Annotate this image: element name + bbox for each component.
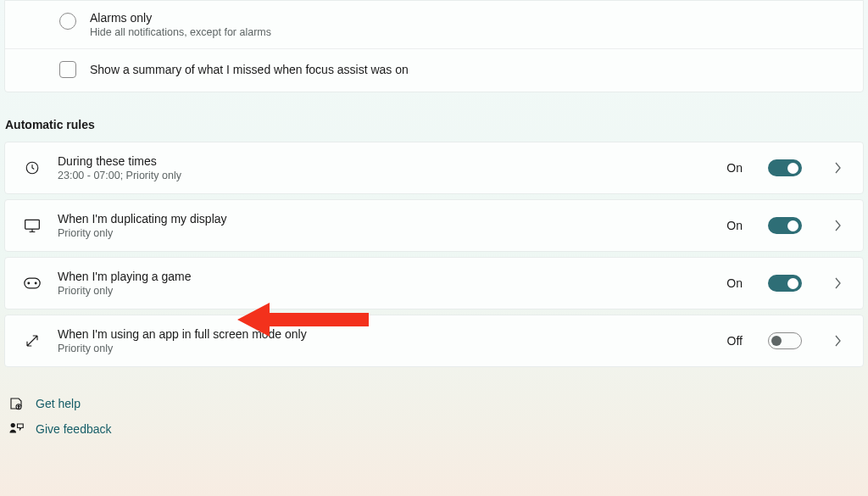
svg-rect-2 — [25, 278, 40, 288]
rule-fullscreen-title: When I'm using an app in full screen mod… — [58, 327, 710, 341]
chevron-right-icon — [832, 220, 844, 231]
rule-during-times[interactable]: During these times 23:00 - 07:00; Priori… — [4, 142, 864, 194]
give-feedback-link[interactable]: Give feedback — [8, 416, 860, 442]
alarms-only-sub: Hide all notifications, except for alarm… — [90, 26, 271, 38]
chevron-right-icon — [832, 162, 844, 174]
rule-times-title: During these times — [58, 154, 709, 168]
chevron-right-icon — [832, 335, 844, 347]
rule-fullscreen-sub: Priority only — [58, 343, 710, 354]
chevron-right-icon — [832, 277, 844, 289]
help-icon: ? — [8, 396, 24, 411]
feedback-icon — [8, 421, 24, 437]
rule-times-sub: 23:00 - 07:00; Priority only — [58, 170, 709, 181]
rule-duplicating-toggle[interactable] — [768, 217, 802, 234]
rule-playing-game[interactable]: When I'm playing a game Priority only On — [4, 257, 864, 309]
svg-point-4 — [35, 282, 36, 284]
get-help-label: Get help — [36, 397, 81, 410]
give-feedback-label: Give feedback — [36, 422, 112, 436]
rule-duplicating-status: On — [726, 219, 743, 232]
help-links: ? Get help Give feedback — [0, 372, 868, 442]
clock-icon — [24, 159, 41, 176]
rule-gaming-title: When I'm playing a game — [58, 270, 709, 283]
rule-duplicating-text: When I'm duplicating my display Priority… — [58, 212, 709, 239]
rule-fullscreen-text: When I'm using an app in full screen mod… — [58, 327, 710, 354]
radio-icon — [59, 13, 76, 30]
alarms-only-title: Alarms only — [90, 11, 271, 25]
focus-options-group: Alarms only Hide all notifications, exce… — [4, 0, 864, 92]
rule-times-toggle[interactable] — [768, 159, 802, 176]
summary-checkbox-row[interactable]: Show a summary of what I missed when foc… — [5, 48, 863, 92]
alarms-only-text: Alarms only Hide all notifications, exce… — [90, 11, 271, 38]
rule-fullscreen[interactable]: When I'm using an app in full screen mod… — [4, 315, 864, 367]
rule-fullscreen-status: Off — [727, 334, 743, 348]
rule-duplicating-title: When I'm duplicating my display — [58, 212, 709, 226]
svg-rect-1 — [25, 220, 40, 229]
alarms-only-option[interactable]: Alarms only Hide all notifications, exce… — [5, 1, 863, 48]
rule-gaming-status: On — [726, 276, 743, 290]
get-help-link[interactable]: ? Get help — [8, 391, 860, 416]
checkbox-icon — [59, 61, 76, 78]
rule-times-status: On — [726, 161, 743, 175]
rule-duplicating-sub: Priority only — [58, 227, 709, 239]
svg-point-7 — [11, 423, 15, 427]
rule-gaming-text: When I'm playing a game Priority only — [58, 270, 709, 297]
rule-fullscreen-toggle[interactable] — [768, 332, 802, 349]
rule-gaming-toggle[interactable] — [768, 275, 802, 292]
summary-checkbox-label: Show a summary of what I missed when foc… — [90, 63, 409, 76]
monitor-icon — [24, 217, 41, 234]
svg-point-3 — [28, 282, 30, 284]
rule-duplicating-display[interactable]: When I'm duplicating my display Priority… — [4, 199, 864, 252]
gamepad-icon — [24, 275, 41, 292]
fullscreen-icon — [24, 332, 41, 349]
rule-gaming-sub: Priority only — [58, 285, 709, 297]
rule-times-text: During these times 23:00 - 07:00; Priori… — [58, 154, 709, 181]
automatic-rules-header: Automatic rules — [0, 118, 868, 142]
